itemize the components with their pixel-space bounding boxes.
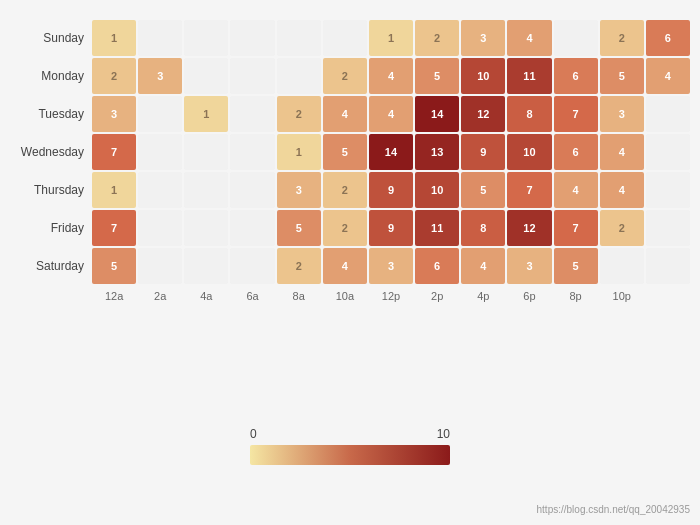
heatmap-cell: 4 (369, 96, 413, 132)
heatmap-cell (138, 20, 182, 56)
heatmap-cell: 5 (554, 248, 598, 284)
heatmap-cell (646, 248, 690, 284)
heatmap-cell: 4 (554, 172, 598, 208)
heatmap-cell (646, 134, 690, 170)
x-label-4p: 4p (461, 290, 505, 302)
heatmap-cell: 11 (507, 58, 551, 94)
row-label-tuesday: Tuesday (10, 96, 90, 132)
heatmap-cell: 13 (415, 134, 459, 170)
heatmap-cell (138, 210, 182, 246)
heatmap-cell: 1 (92, 172, 136, 208)
heatmap-grid: Sunday1123426Monday232451011654Tuesday31… (10, 20, 690, 284)
heatmap-cell (230, 248, 274, 284)
heatmap-cell: 9 (369, 210, 413, 246)
chart-container: Sunday1123426Monday232451011654Tuesday31… (10, 20, 690, 302)
heatmap-cell (184, 210, 228, 246)
heatmap-cell (646, 210, 690, 246)
heatmap-cell (277, 20, 321, 56)
heatmap-cell: 5 (277, 210, 321, 246)
heatmap-cell (230, 172, 274, 208)
heatmap-cell: 2 (415, 20, 459, 56)
x-label-8a: 8a (277, 290, 321, 302)
heatmap-cell: 11 (415, 210, 459, 246)
legend-max: 10 (437, 427, 450, 441)
x-label-2a: 2a (138, 290, 182, 302)
heatmap-cell: 12 (507, 210, 551, 246)
heatmap-cell: 1 (184, 96, 228, 132)
heatmap-cell: 5 (323, 134, 367, 170)
heatmap-cell: 5 (92, 248, 136, 284)
row-label-friday: Friday (10, 210, 90, 246)
row-label-sunday: Sunday (10, 20, 90, 56)
heatmap-cell (184, 58, 228, 94)
heatmap-cell (138, 248, 182, 284)
x-label-extra (646, 290, 690, 302)
heatmap-cell: 4 (369, 58, 413, 94)
heatmap-cell: 4 (600, 172, 644, 208)
heatmap-cell: 4 (507, 20, 551, 56)
heatmap-cell: 10 (507, 134, 551, 170)
x-label-12p: 12p (369, 290, 413, 302)
row-label-thursday: Thursday (10, 172, 90, 208)
heatmap-cell: 2 (600, 20, 644, 56)
row-label-monday: Monday (10, 58, 90, 94)
heatmap-cell: 3 (92, 96, 136, 132)
heatmap-cell: 2 (277, 248, 321, 284)
heatmap-cell: 1 (92, 20, 136, 56)
heatmap-cell: 2 (92, 58, 136, 94)
heatmap-cell: 9 (369, 172, 413, 208)
heatmap-cell: 6 (646, 20, 690, 56)
heatmap-cell: 2 (323, 210, 367, 246)
x-label-corner (10, 290, 90, 302)
heatmap-cell: 3 (369, 248, 413, 284)
heatmap-cell: 3 (600, 96, 644, 132)
heatmap-cell: 5 (600, 58, 644, 94)
heatmap-cell: 3 (507, 248, 551, 284)
heatmap-cell: 2 (600, 210, 644, 246)
x-label-8p: 8p (554, 290, 598, 302)
heatmap-cell (323, 20, 367, 56)
heatmap-cell: 6 (415, 248, 459, 284)
heatmap-cell: 4 (646, 58, 690, 94)
row-label-saturday: Saturday (10, 248, 90, 284)
heatmap-cell: 7 (92, 134, 136, 170)
heatmap-cell: 7 (92, 210, 136, 246)
heatmap-cell: 6 (554, 58, 598, 94)
heatmap-cell: 7 (507, 172, 551, 208)
heatmap-cell (646, 96, 690, 132)
heatmap-cell: 1 (369, 20, 413, 56)
heatmap-cell (230, 20, 274, 56)
heatmap-cell (138, 96, 182, 132)
heatmap-cell (184, 134, 228, 170)
heatmap-cell: 5 (415, 58, 459, 94)
heatmap-cell (184, 20, 228, 56)
heatmap-cell: 7 (554, 96, 598, 132)
heatmap-cell: 10 (415, 172, 459, 208)
heatmap-cell: 5 (461, 172, 505, 208)
heatmap-cell: 8 (507, 96, 551, 132)
heatmap-cell (554, 20, 598, 56)
heatmap-cell: 8 (461, 210, 505, 246)
heatmap-cell (646, 172, 690, 208)
heatmap-cell (184, 172, 228, 208)
heatmap-cell: 2 (277, 96, 321, 132)
heatmap-cell: 12 (461, 96, 505, 132)
heatmap-cell: 2 (323, 172, 367, 208)
heatmap-cell: 14 (369, 134, 413, 170)
legend-bar (250, 445, 450, 465)
heatmap-cell: 14 (415, 96, 459, 132)
x-label-6p: 6p (507, 290, 551, 302)
heatmap-cell: 4 (461, 248, 505, 284)
heatmap-cell: 9 (461, 134, 505, 170)
x-label-6a: 6a (230, 290, 274, 302)
x-label-10p: 10p (600, 290, 644, 302)
heatmap-cell (230, 210, 274, 246)
heatmap-cell: 3 (277, 172, 321, 208)
heatmap-cell (600, 248, 644, 284)
heatmap-cell: 6 (554, 134, 598, 170)
heatmap-cell: 10 (461, 58, 505, 94)
x-label-10a: 10a (323, 290, 367, 302)
heatmap-cell (230, 134, 274, 170)
legend-section: 0 10 (250, 427, 450, 465)
heatmap-cell: 7 (554, 210, 598, 246)
